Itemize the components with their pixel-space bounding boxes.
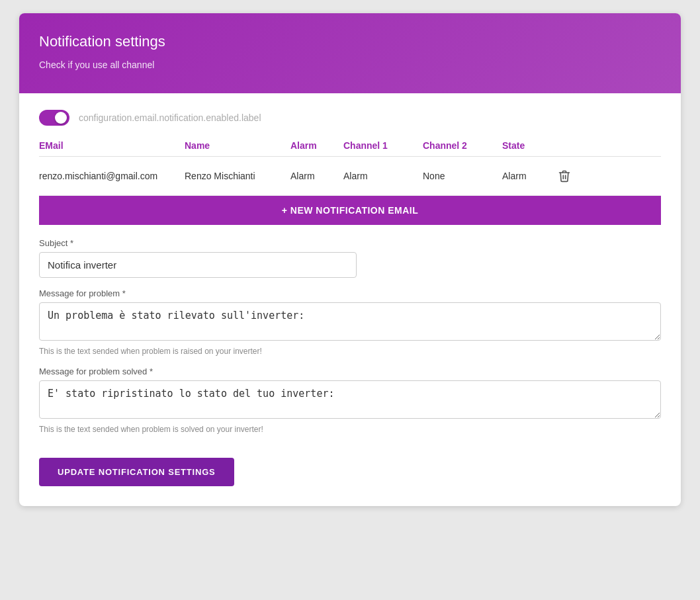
subject-input[interactable]	[39, 252, 357, 278]
notification-form: Subject * Message for problem * This is …	[39, 238, 661, 486]
message-solved-hint: This is the text sended when problem is …	[39, 425, 661, 434]
message-problem-hint: This is the text sended when problem is …	[39, 347, 661, 356]
table-header: EMail Name Alarm Channel 1 Channel 2 Sta…	[39, 140, 661, 157]
cell-alarm: Alarm	[290, 171, 343, 181]
card-body: configuration.email.notification.enabled…	[19, 93, 681, 506]
card-title: Notification settings	[39, 33, 661, 50]
email-table: EMail Name Alarm Channel 1 Channel 2 Sta…	[39, 140, 661, 196]
cell-email: renzo.mischianti@gmail.com	[39, 171, 185, 181]
delete-row-button[interactable]	[555, 166, 574, 186]
toggle-label: configuration.email.notification.enabled…	[79, 112, 261, 123]
table-row: renzo.mischianti@gmail.com Renzo Mischia…	[39, 157, 661, 196]
cell-channel2: None	[423, 171, 502, 181]
notification-settings-card: Notification settings Check if you use a…	[19, 13, 681, 506]
message-solved-textarea[interactable]	[39, 380, 661, 419]
message-problem-textarea[interactable]	[39, 302, 661, 341]
col-state: State	[502, 140, 555, 151]
col-channel2: Channel 2	[423, 140, 502, 151]
new-notification-button[interactable]: + NEW NOTIFICATION EMAIL	[39, 196, 661, 225]
col-email: EMail	[39, 140, 185, 151]
toggle-slider	[39, 110, 69, 126]
message-solved-group: Message for problem solved * This is the…	[39, 366, 661, 434]
card-header: Notification settings Check if you use a…	[19, 13, 681, 93]
toggle-row: configuration.email.notification.enabled…	[39, 110, 661, 126]
col-channel1: Channel 1	[343, 140, 423, 151]
message-problem-label: Message for problem *	[39, 288, 661, 298]
card-subtitle: Check if you use all channel	[39, 60, 661, 70]
cell-name: Renzo Mischianti	[185, 171, 290, 181]
cell-state: Alarm	[502, 171, 555, 181]
cell-channel1: Alarm	[343, 171, 423, 181]
email-notification-toggle[interactable]	[39, 110, 69, 126]
col-name: Name	[185, 140, 290, 151]
col-actions	[555, 140, 582, 151]
subject-label: Subject *	[39, 238, 661, 248]
subject-group: Subject *	[39, 238, 661, 278]
delete-icon	[558, 169, 571, 183]
update-notification-button[interactable]: UPDATE NOTIFICATION SETTINGS	[39, 458, 234, 486]
cell-delete	[555, 166, 582, 186]
message-problem-group: Message for problem * This is the text s…	[39, 288, 661, 356]
col-alarm: Alarm	[290, 140, 343, 151]
message-solved-label: Message for problem solved *	[39, 366, 661, 376]
